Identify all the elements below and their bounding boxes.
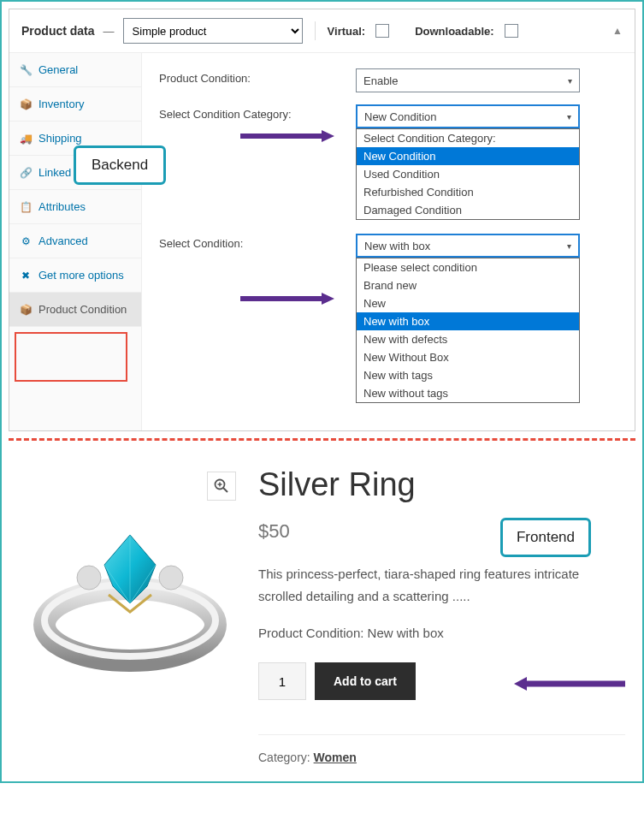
chevron-down-icon: ▾	[568, 76, 572, 86]
frontend-section: Silver Ring $50 This princess-perfect, t…	[2, 441, 642, 781]
sidebar-item-advanced[interactable]: ⚙Advanced	[9, 224, 141, 258]
category-link[interactable]: Women	[314, 751, 357, 764]
sidebar-item-inventory[interactable]: 📦Inventory	[9, 87, 141, 122]
virtual-label: Virtual:	[328, 25, 366, 38]
svg-point-10	[77, 566, 101, 590]
divider	[315, 21, 316, 40]
dropdown-option[interactable]: New with defects	[357, 330, 579, 348]
zoom-button[interactable]	[207, 472, 236, 501]
backend-callout: Backend	[74, 145, 166, 185]
sidebar-item-general[interactable]: 🔧General	[9, 53, 141, 87]
category-label: Category:	[258, 751, 310, 764]
svg-marker-3	[322, 293, 334, 305]
dropdown-option[interactable]: New with box	[357, 312, 579, 330]
sidebar: 🔧General 📦Inventory 🚚Shipping 🔗Linked Pr…	[9, 53, 142, 430]
product-condition-label: Product Condition:	[258, 626, 363, 640]
sidebar-item-label: Get more options	[38, 269, 124, 282]
condition-category-dropdown: Select Condition Category: New Condition…	[356, 128, 580, 220]
dash: —	[103, 25, 115, 38]
quantity-input[interactable]	[258, 662, 306, 700]
product-condition-select[interactable]: Enable ▾	[356, 68, 580, 92]
svg-point-11	[159, 566, 183, 590]
select-value: Enable	[363, 74, 398, 87]
frontend-callout: Frontend	[500, 518, 591, 557]
sidebar-item-label: Shipping	[38, 132, 82, 145]
sidebar-item-label: Product Condition	[38, 303, 127, 316]
category-row: Category: Women	[258, 734, 625, 764]
sidebar-item-getmore[interactable]: ✖Get more options	[9, 258, 141, 293]
gear-icon: ⚙	[20, 235, 32, 247]
downloadable-label: Downloadable:	[415, 25, 493, 38]
add-to-cart-button[interactable]: Add to cart	[315, 662, 416, 700]
select-value: New Condition	[364, 110, 437, 123]
wrench-icon: 🔧	[20, 64, 32, 76]
product-data-panel: Product data — Simple product Virtual: D…	[9, 9, 635, 431]
product-info: Silver Ring $50 This princess-perfect, t…	[258, 466, 625, 764]
panel-title: Product data	[21, 24, 95, 38]
form-area: Product Condition: Enable ▾ Select Condi…	[142, 53, 635, 430]
virtual-checkbox[interactable]	[375, 24, 389, 38]
dropdown-option[interactable]: Refurbished Condition	[357, 183, 579, 201]
sidebar-item-label: Attributes	[38, 200, 86, 213]
chevron-down-icon: ▾	[567, 241, 571, 251]
product-title: Silver Ring	[258, 466, 625, 503]
sidebar-item-attributes[interactable]: 📋Attributes	[9, 190, 141, 224]
collapse-icon[interactable]: ▲	[612, 25, 623, 37]
zoom-icon	[214, 478, 229, 494]
select-value: New with box	[364, 240, 430, 252]
dropdown-option[interactable]: New Without Box	[357, 348, 579, 366]
svg-marker-12	[514, 677, 527, 691]
condition-category-label: Select Condition Category:	[159, 104, 356, 121]
condition-category-select[interactable]: New Condition ▾	[356, 104, 580, 128]
dropdown-option[interactable]: Please select condition	[357, 258, 579, 276]
cube-icon: 📦	[20, 304, 32, 316]
sidebar-item-product-condition[interactable]: 📦Product Condition	[9, 293, 141, 327]
arrow-icon	[240, 293, 334, 305]
panel-header: Product data — Simple product Virtual: D…	[9, 9, 635, 53]
chevron-down-icon: ▾	[567, 112, 571, 122]
select-condition-label: Select Condition:	[159, 234, 356, 250]
product-image-wrap	[19, 466, 241, 764]
dropdown-option[interactable]: Brand new	[357, 276, 579, 294]
options-icon: ✖	[20, 270, 32, 282]
box-icon: 📦	[20, 98, 32, 110]
product-description: This princess-perfect, tiara-shaped ring…	[258, 563, 625, 607]
link-icon: 🔗	[20, 167, 32, 179]
select-condition-select[interactable]: New with box ▾	[356, 234, 580, 258]
dropdown-option[interactable]: Damaged Condition	[357, 201, 579, 219]
downloadable-checkbox[interactable]	[505, 24, 518, 38]
svg-line-5	[223, 488, 227, 492]
product-type-select[interactable]: Simple product	[123, 18, 303, 44]
dropdown-option[interactable]: Select Condition Category:	[357, 129, 579, 147]
arrow-icon	[514, 677, 625, 691]
dropdown-option[interactable]: New	[357, 294, 579, 312]
product-condition: Product Condition: New with box	[258, 626, 625, 640]
dropdown-option[interactable]: New with tags	[357, 366, 579, 384]
product-condition-label: Product Condition:	[159, 68, 356, 85]
svg-marker-1	[322, 130, 334, 142]
sidebar-item-label: Advanced	[38, 234, 88, 247]
sidebar-item-label: Inventory	[38, 98, 84, 110]
dropdown-option[interactable]: New Condition	[357, 147, 579, 165]
sidebar-item-label: General	[38, 63, 78, 76]
select-condition-dropdown: Please select condition Brand new New Ne…	[356, 258, 580, 403]
truck-icon: 🚚	[20, 133, 32, 145]
dropdown-option[interactable]: Used Condition	[357, 165, 579, 183]
list-icon: 📋	[20, 201, 32, 213]
product-condition-value: New with box	[368, 626, 444, 640]
panel-body: 🔧General 📦Inventory 🚚Shipping 🔗Linked Pr…	[9, 53, 635, 430]
arrow-icon	[240, 130, 334, 142]
dropdown-option[interactable]: New without tags	[357, 384, 579, 402]
